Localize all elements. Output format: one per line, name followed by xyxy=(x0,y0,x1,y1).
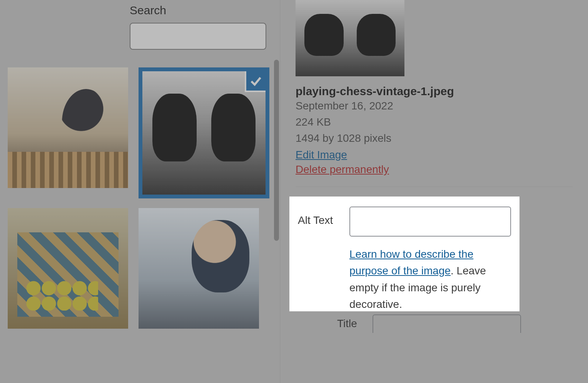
separator xyxy=(296,186,573,187)
alt-text-input[interactable] xyxy=(349,207,511,237)
alt-text-highlight: Alt Text Learn how to describe the purpo… xyxy=(289,197,520,311)
media-grid xyxy=(8,67,273,329)
search-input[interactable] xyxy=(130,23,266,50)
thumbnail-image xyxy=(139,208,259,329)
edit-image-link[interactable]: Edit Image xyxy=(296,149,347,161)
scrollbar-thumb[interactable] xyxy=(274,60,279,241)
alt-text-label: Alt Text xyxy=(298,207,339,227)
media-thumb[interactable] xyxy=(8,208,128,329)
attachment-dimensions: 1494 by 1028 pixels xyxy=(296,130,573,146)
preview-image xyxy=(296,0,404,76)
panel-divider xyxy=(280,0,281,383)
delete-permanently-link[interactable]: Delete permanently xyxy=(296,163,573,176)
selected-check-icon[interactable] xyxy=(245,70,267,92)
attachment-date: September 16, 2022 xyxy=(296,98,573,114)
title-label: Title xyxy=(337,317,357,330)
thumbnail-image xyxy=(8,208,128,329)
thumbnail-image xyxy=(8,67,128,188)
media-thumb-selected[interactable] xyxy=(139,67,269,198)
title-row: Title xyxy=(337,314,521,333)
attachment-preview xyxy=(296,0,404,76)
media-thumb[interactable] xyxy=(8,67,128,188)
search-label: Search xyxy=(130,4,266,17)
media-thumb[interactable] xyxy=(139,208,259,329)
alt-text-hint: Learn how to describe the purpose of the… xyxy=(349,246,511,313)
alt-text-row: Alt Text Learn how to describe the purpo… xyxy=(298,207,511,313)
search-wrap: Search xyxy=(130,4,266,50)
media-library-panel: Search xyxy=(0,0,277,383)
alt-text-body: Learn how to describe the purpose of the… xyxy=(349,207,511,313)
title-input[interactable] xyxy=(373,314,521,333)
attachment-filename: playing-chess-vintage-1.jpeg xyxy=(296,85,573,98)
attachment-filesize: 224 KB xyxy=(296,114,573,130)
